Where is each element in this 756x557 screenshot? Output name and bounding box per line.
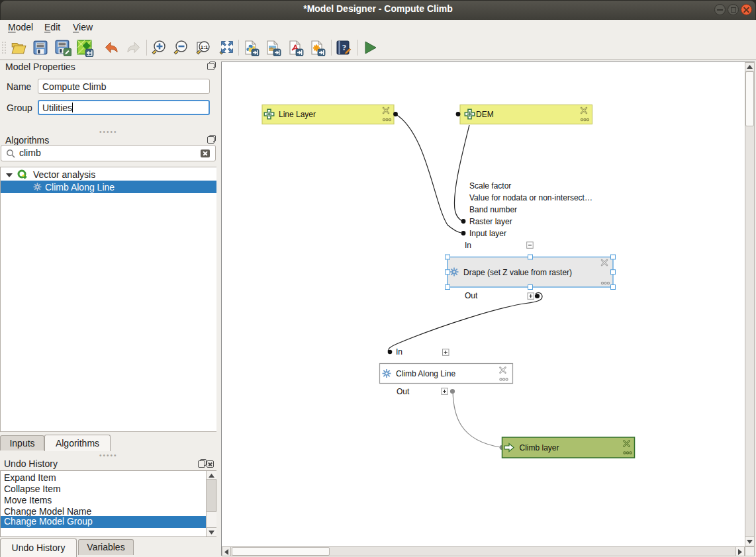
svg-text:DEM: DEM <box>476 110 494 119</box>
svg-text:Scale factor: Scale factor <box>469 181 511 191</box>
svg-text:Line Layer: Line Layer <box>279 110 316 119</box>
svg-text:Input layer: Input layer <box>469 229 506 238</box>
svg-text:In: In <box>465 241 471 250</box>
svg-text:In: In <box>396 347 402 357</box>
svg-text:1:1: 1:1 <box>201 44 209 50</box>
svg-text:Climb Along Line: Climb Along Line <box>396 369 455 378</box>
svg-text:Out: Out <box>465 291 478 300</box>
svg-text:Drape (set Z value from raster: Drape (set Z value from raster) <box>463 268 572 277</box>
svg-text:Value for nodata or non-inters: Value for nodata or non-intersect… <box>469 193 592 202</box>
svg-text:Out: Out <box>397 387 410 396</box>
svg-text:?: ? <box>342 42 347 52</box>
svg-text:Raster layer: Raster layer <box>469 217 512 226</box>
svg-text:Climb layer: Climb layer <box>520 443 559 452</box>
svg-text:Band number: Band number <box>469 205 517 214</box>
